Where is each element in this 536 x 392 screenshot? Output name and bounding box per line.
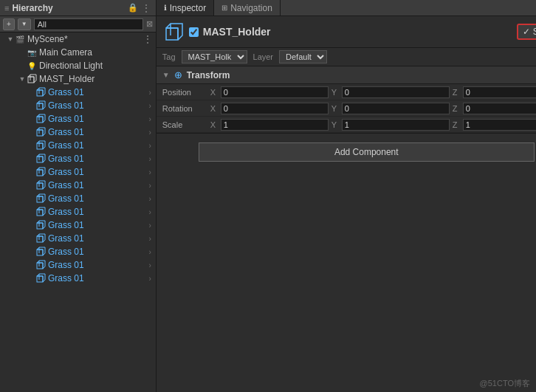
mast-holder-item[interactable]: ▼ MAST_Holder — [0, 72, 156, 86]
list-item[interactable]: Grass 01 › — [0, 232, 156, 245]
hierarchy-panel: ≡ Hierarchy 🔒 ⋮ + ▼ ⊠ ▼ 🎬 MyScene* ⋮ — [0, 0, 157, 392]
g9-chevron: › — [148, 195, 151, 203]
g6-label: Grass 01 — [48, 154, 84, 164]
tag-layer-row: Tag MAST_Holk Layer Default — [157, 48, 536, 66]
g3-label: Grass 01 — [48, 114, 84, 124]
scale-x-input[interactable] — [221, 119, 329, 131]
transform-section: ▼ ⊕ Transform ? ⚙ ⋮ Position X — [157, 66, 536, 134]
g10-icon — [35, 207, 46, 217]
svg-rect-28 — [37, 170, 43, 176]
g7-icon — [35, 167, 46, 177]
position-z-item: Z — [453, 86, 536, 98]
svg-rect-52 — [37, 250, 43, 255]
search-clear-button[interactable]: ⊠ — [146, 19, 153, 29]
hierarchy-toolbar: + ▼ ⊠ — [0, 16, 156, 32]
g13-icon — [35, 247, 46, 257]
g12-label: Grass 01 — [48, 233, 84, 244]
svg-rect-48 — [37, 236, 43, 242]
list-item[interactable]: Grass 01 › — [0, 192, 156, 205]
list-item[interactable]: Grass 01 › — [0, 179, 156, 192]
rotation-label: Rotation — [162, 104, 210, 113]
scale-z-input[interactable] — [463, 119, 536, 131]
tag-label: Tag — [162, 52, 176, 61]
add-component-button[interactable]: Add Component — [199, 142, 535, 162]
list-item[interactable]: Grass 01 › — [0, 139, 156, 152]
g4-arrow — [27, 128, 35, 137]
g9-label: Grass 01 — [48, 193, 84, 204]
scale-y-input[interactable] — [342, 119, 450, 131]
static-checkmark-icon: ✓ — [523, 27, 530, 37]
g4-chevron: › — [148, 128, 151, 137]
g3-arrow — [27, 114, 35, 123]
g8-arrow — [27, 181, 35, 190]
navigation-tab-icon: ⊞ — [221, 4, 227, 12]
arrow-down-button[interactable]: ▼ — [18, 18, 31, 30]
position-y-input[interactable] — [342, 86, 450, 98]
svg-rect-16 — [37, 130, 43, 136]
g14-arrow — [27, 261, 35, 269]
scale-field: Scale X Y Z — [157, 117, 536, 133]
light-label: Directional Light — [39, 61, 103, 71]
svg-rect-20 — [37, 143, 43, 149]
main-camera-item[interactable]: 📷 Main Camera — [0, 46, 156, 59]
scale-x-letter: X — [210, 120, 219, 129]
scale-y-item: Y — [331, 119, 450, 131]
list-item[interactable]: Grass 01 › — [0, 205, 156, 219]
g15-chevron: › — [148, 275, 151, 283]
grass2-chevron-icon: › — [148, 102, 151, 110]
directional-light-item[interactable]: 💡 Directional Light — [0, 59, 156, 72]
camera-label: Main Camera — [39, 47, 92, 58]
layer-dropdown[interactable]: Default — [279, 50, 327, 63]
list-item[interactable]: Grass 01 › — [0, 99, 156, 112]
list-item[interactable]: Grass 01 › — [0, 86, 156, 99]
tag-dropdown[interactable]: MAST_Holk — [182, 50, 247, 63]
camera-arrow-icon — [18, 48, 27, 57]
svg-rect-8 — [37, 103, 43, 109]
mast-arrow-icon: ▼ — [18, 75, 27, 83]
list-item[interactable]: Grass 01 › — [0, 112, 156, 125]
search-input[interactable] — [34, 18, 143, 30]
tab-inspector[interactable]: ℹ Inspector — [157, 0, 214, 16]
light-arrow-icon — [18, 61, 27, 70]
list-item[interactable]: Grass 01 › — [0, 125, 156, 139]
list-item[interactable]: Grass 01 › — [0, 258, 156, 272]
g7-arrow — [27, 168, 35, 176]
list-item[interactable]: Grass 01 › — [0, 245, 156, 258]
layer-label: Layer — [253, 52, 274, 61]
list-item[interactable]: Grass 01 › — [0, 219, 156, 232]
scene-three-dot-icon[interactable]: ⋮ — [140, 33, 156, 45]
object-name-label: MAST_Holder — [203, 26, 512, 38]
rotation-z-letter: Z — [453, 104, 461, 113]
rotation-z-input[interactable] — [463, 103, 536, 114]
scene-arrow-icon: ▼ — [6, 35, 15, 44]
static-label: Static — [533, 27, 536, 37]
rotation-x-input[interactable] — [221, 103, 329, 114]
g8-chevron: › — [148, 182, 151, 190]
transform-title: Transform — [187, 70, 536, 80]
g11-icon — [35, 220, 46, 230]
inspector-panel: ℹ Inspector ⊞ Navigation 🔒 ⋮ — [157, 0, 536, 392]
tab-navigation[interactable]: ⊞ Navigation — [214, 0, 281, 16]
mast-label: MAST_Holder — [39, 74, 95, 84]
inspector-tab-icon: ℹ — [164, 4, 167, 12]
svg-rect-56 — [37, 263, 43, 269]
object-enabled-checkbox[interactable] — [189, 27, 199, 37]
g11-label: Grass 01 — [48, 220, 84, 230]
scale-z-item: Z — [453, 119, 536, 131]
list-item[interactable]: Grass 01 › — [0, 152, 156, 165]
rotation-z-item: Z — [453, 103, 536, 114]
g10-chevron: › — [148, 208, 151, 216]
add-button[interactable]: + — [3, 18, 15, 30]
grass2-cube-icon — [35, 100, 46, 111]
transform-section-header: ▼ ⊕ Transform ? ⚙ ⋮ — [157, 66, 536, 84]
list-item[interactable]: Grass 01 › — [0, 165, 156, 179]
transform-arrow-icon: ▼ — [162, 71, 170, 79]
g6-icon — [35, 154, 46, 164]
g8-icon — [35, 180, 46, 190]
scene-item[interactable]: ▼ 🎬 MyScene* ⋮ — [0, 32, 156, 46]
position-x-input[interactable] — [221, 86, 329, 98]
list-item[interactable]: Grass 01 › — [0, 272, 156, 285]
rotation-y-input[interactable] — [342, 103, 450, 114]
position-z-input[interactable] — [463, 86, 536, 98]
lock-icon: 🔒 — [128, 3, 138, 13]
